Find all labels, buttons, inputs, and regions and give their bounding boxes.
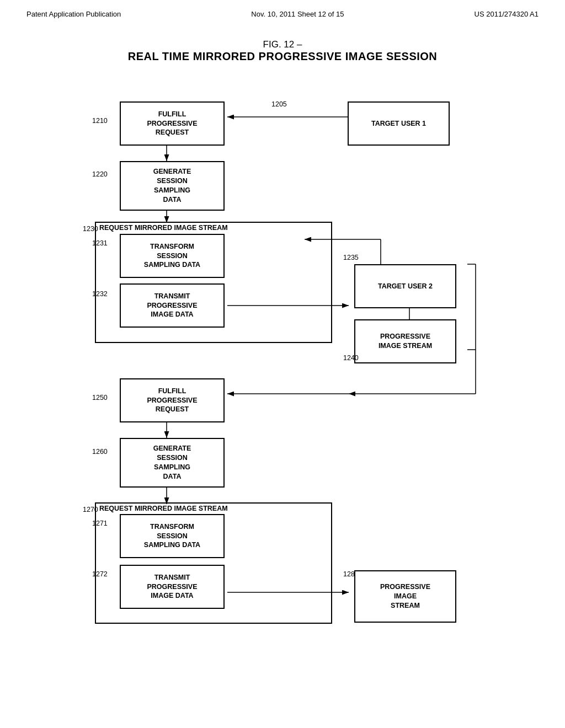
label-1220: 1220 <box>92 170 108 178</box>
label-1271: 1271 <box>92 520 108 527</box>
header-right: US 2011/274320 A1 <box>475 10 539 18</box>
page-header: Patent Application Publication Nov. 10, … <box>0 0 565 23</box>
main-title: REAL TIME MIRRORED PROGRESSIVE IMAGE SES… <box>0 50 565 63</box>
diagram-title: FIG. 12 – REAL TIME MIRRORED PROGRESSIVE… <box>0 39 565 63</box>
diagram-container: 1205 TARGET USER 1 1210 FULFILL PROGRESS… <box>56 68 509 697</box>
header-middle: Nov. 10, 2011 Sheet 12 of 15 <box>251 10 344 18</box>
label-1272: 1272 <box>92 570 108 578</box>
progressive-image-stream-1-box: PROGRESSIVE IMAGE STREAM <box>354 319 456 363</box>
generate-session-2-box: GENERATE SESSION SAMPLING DATA <box>120 438 225 488</box>
label-1260: 1260 <box>92 448 108 456</box>
label-1231: 1231 <box>92 239 108 247</box>
fulfill-progressive-request-2-box: FULFILL PROGRESSIVE REQUEST <box>120 378 225 422</box>
fulfill-progressive-request-1-box: FULFILL PROGRESSIVE REQUEST <box>120 101 225 146</box>
transform-session-2-box: TRANSFORM SESSION SAMPLING DATA <box>120 514 225 558</box>
generate-session-1-box: GENERATE SESSION SAMPLING DATA <box>120 161 225 211</box>
label-1235: 1235 <box>343 254 359 261</box>
label-1210: 1210 <box>92 117 108 125</box>
request-mirrored-label-2: REQUEST MIRRORED IMAGE STREAM <box>99 505 228 512</box>
fig-line: FIG. 12 – <box>0 39 565 50</box>
target-user-2-box: TARGET USER 2 <box>354 264 456 308</box>
label-1240: 1240 <box>343 354 359 362</box>
transform-session-1-box: TRANSFORM SESSION SAMPLING DATA <box>120 234 225 278</box>
transmit-progressive-1-box: TRANSMIT PROGRESSIVE IMAGE DATA <box>120 283 225 328</box>
label-1250: 1250 <box>92 394 108 402</box>
target-user-1-box: TARGET USER 1 <box>348 101 450 146</box>
request-mirrored-label-1: REQUEST MIRRORED IMAGE STREAM <box>99 224 228 232</box>
label-1205: 1205 <box>271 100 287 108</box>
transmit-progressive-2-box: TRANSMIT PROGRESSIVE IMAGE DATA <box>120 565 225 609</box>
header-left: Patent Application Publication <box>26 10 121 18</box>
label-1232: 1232 <box>92 290 108 298</box>
progressive-image-stream-2-box: PROGRESSIVE IMAGE STREAM <box>354 570 456 623</box>
